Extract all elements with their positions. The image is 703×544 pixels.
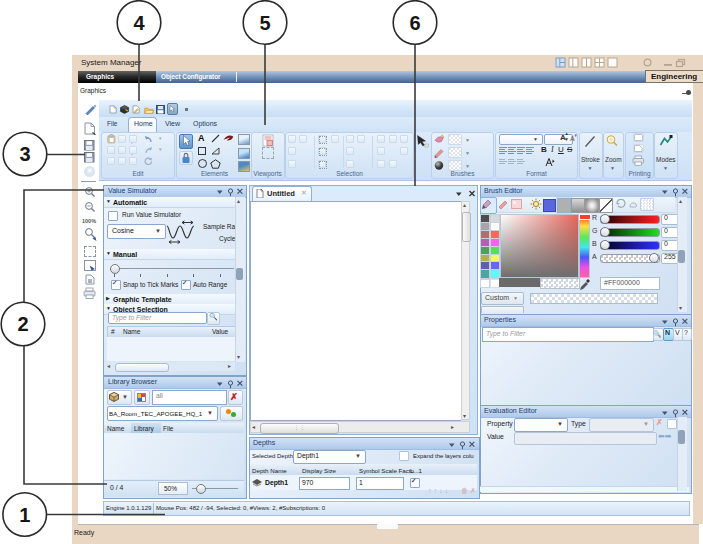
svg-text:6: 6 bbox=[409, 12, 420, 34]
svg-text:4: 4 bbox=[133, 12, 145, 34]
svg-text:3: 3 bbox=[19, 143, 30, 165]
svg-text:2: 2 bbox=[17, 313, 28, 335]
svg-text:1: 1 bbox=[19, 504, 30, 526]
svg-text:5: 5 bbox=[259, 12, 270, 34]
